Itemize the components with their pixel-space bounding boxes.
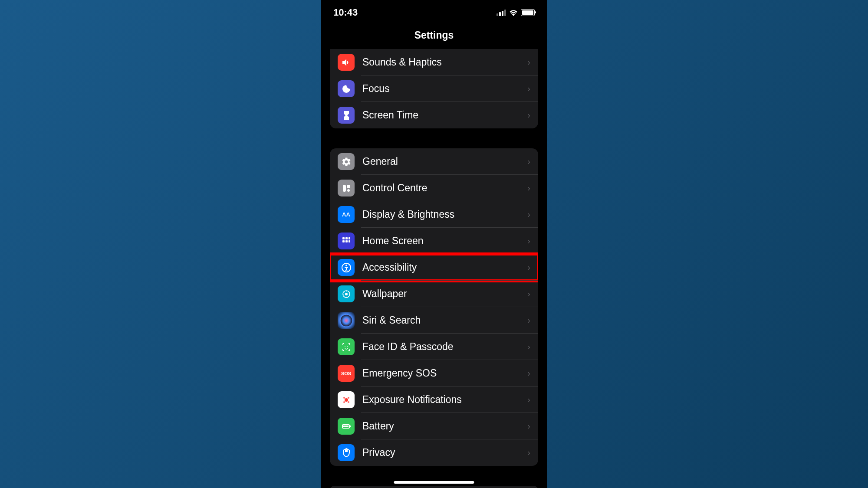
settings-content[interactable]: Sounds & Haptics › Focus › Screen Time › xyxy=(321,49,547,488)
settings-row-display-brightness[interactable]: AA Display & Brightness › xyxy=(330,201,538,228)
page-title: Settings xyxy=(321,22,547,49)
chevron-right-icon: › xyxy=(527,395,530,405)
svg-point-19 xyxy=(343,401,345,403)
settings-row-wallpaper[interactable]: Wallpaper › xyxy=(330,281,538,307)
svg-point-12 xyxy=(345,293,348,295)
status-time: 10:43 xyxy=(333,7,358,18)
emergency-sos-icon: SOS xyxy=(338,365,355,382)
chevron-right-icon: › xyxy=(527,262,530,272)
general-icon xyxy=(338,153,355,170)
settings-row-exposure-notifications[interactable]: Exposure Notifications › xyxy=(330,386,538,413)
svg-point-18 xyxy=(348,397,349,399)
settings-row-face-id-passcode[interactable]: Face ID & Passcode › xyxy=(330,334,538,360)
svg-rect-7 xyxy=(345,240,348,242)
row-label: Wallpaper xyxy=(362,288,527,300)
svg-rect-3 xyxy=(342,237,345,239)
settings-row-sounds-haptics[interactable]: Sounds & Haptics › xyxy=(330,49,538,75)
phone-screen: 10:43 Settings Sounds & Haptic xyxy=(321,0,547,488)
svg-rect-4 xyxy=(345,237,348,239)
svg-point-2 xyxy=(347,189,350,192)
settings-group-1: Sounds & Haptics › Focus › Screen Time › xyxy=(330,49,538,128)
chevron-right-icon: › xyxy=(527,110,530,120)
focus-icon xyxy=(338,80,355,97)
svg-point-14 xyxy=(345,346,345,347)
row-label: Exposure Notifications xyxy=(362,394,527,406)
chevron-right-icon: › xyxy=(527,421,530,431)
cellular-signal-icon xyxy=(496,10,506,16)
row-label: Siri & Search xyxy=(362,314,527,326)
chevron-right-icon: › xyxy=(527,448,530,458)
row-label: Battery xyxy=(362,420,527,432)
settings-group-3 xyxy=(330,486,538,488)
svg-point-15 xyxy=(347,346,348,347)
svg-rect-22 xyxy=(350,426,351,427)
svg-rect-23 xyxy=(343,426,349,427)
settings-row-focus[interactable]: Focus › xyxy=(330,75,538,102)
chevron-right-icon: › xyxy=(527,84,530,94)
row-label: Face ID & Passcode xyxy=(362,341,527,353)
settings-row-battery[interactable]: Battery › xyxy=(330,413,538,439)
face-id-icon xyxy=(338,338,355,355)
svg-rect-8 xyxy=(349,240,350,242)
settings-row-emergency-sos[interactable]: SOS Emergency SOS › xyxy=(330,360,538,386)
row-label: Home Screen xyxy=(362,235,527,247)
row-label: Focus xyxy=(362,83,527,95)
settings-row-siri-search[interactable]: Siri & Search › xyxy=(330,307,538,334)
row-label: Screen Time xyxy=(362,109,527,121)
wifi-icon xyxy=(509,9,518,16)
row-label: General xyxy=(362,156,527,167)
svg-point-1 xyxy=(347,185,350,188)
settings-row-accessibility[interactable]: Accessibility › xyxy=(330,254,538,281)
control-centre-icon xyxy=(338,180,355,197)
home-indicator[interactable] xyxy=(394,481,474,484)
chevron-right-icon: › xyxy=(527,289,530,299)
chevron-right-icon: › xyxy=(527,342,530,352)
status-bar: 10:43 xyxy=(321,0,547,22)
siri-icon xyxy=(338,312,355,329)
chevron-right-icon: › xyxy=(527,236,530,246)
settings-row-home-screen[interactable]: Home Screen › xyxy=(330,228,538,254)
svg-point-13 xyxy=(340,314,352,326)
screen-time-icon xyxy=(338,107,355,124)
svg-rect-0 xyxy=(343,185,346,192)
settings-row-screen-time[interactable]: Screen Time › xyxy=(330,102,538,128)
exposure-notifications-icon xyxy=(338,391,355,408)
svg-point-20 xyxy=(348,401,349,403)
accessibility-icon xyxy=(338,259,355,276)
svg-point-10 xyxy=(345,265,347,266)
settings-row-control-centre[interactable]: Control Centre › xyxy=(330,175,538,201)
row-label: Emergency SOS xyxy=(362,367,527,379)
svg-point-17 xyxy=(343,397,345,399)
chevron-right-icon: › xyxy=(527,315,530,325)
row-label: Privacy xyxy=(362,447,527,459)
row-label: Sounds & Haptics xyxy=(362,56,527,68)
sounds-icon xyxy=(338,54,355,71)
svg-point-16 xyxy=(345,398,348,402)
chevron-right-icon: › xyxy=(527,183,530,193)
settings-group-2: General › Control Centre › AA Display & … xyxy=(330,148,538,466)
status-icons xyxy=(496,9,535,16)
wallpaper-icon xyxy=(338,285,355,302)
row-label: Display & Brightness xyxy=(362,209,527,220)
home-screen-icon xyxy=(338,233,355,249)
chevron-right-icon: › xyxy=(527,210,530,219)
chevron-right-icon: › xyxy=(527,368,530,378)
settings-row-general[interactable]: General › xyxy=(330,148,538,175)
settings-row-privacy[interactable]: Privacy › xyxy=(330,439,538,466)
display-brightness-icon: AA xyxy=(338,206,355,223)
row-label: Accessibility xyxy=(362,262,527,273)
row-label: Control Centre xyxy=(362,182,527,194)
svg-rect-5 xyxy=(349,237,350,239)
chevron-right-icon: › xyxy=(527,157,530,167)
svg-rect-6 xyxy=(342,240,345,242)
privacy-icon xyxy=(338,444,355,461)
battery-icon xyxy=(521,9,535,16)
battery-settings-icon xyxy=(338,418,355,435)
chevron-right-icon: › xyxy=(527,57,530,67)
